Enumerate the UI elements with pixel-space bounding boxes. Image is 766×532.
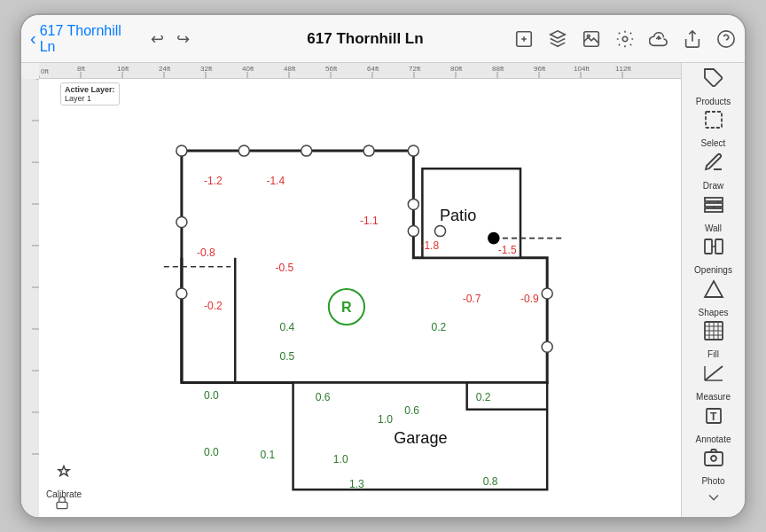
fill-icon (703, 320, 724, 347)
measure-neg-1-8: -1.8 (420, 239, 439, 252)
calibrate-button[interactable]: Calibrate (46, 465, 82, 499)
svg-point-63 (489, 233, 499, 244)
svg-text:48ft: 48ft (284, 65, 296, 73)
undo-button[interactable]: ↩ (151, 29, 164, 49)
r-label: R (341, 299, 352, 315)
svg-text:88ft: 88ft (492, 65, 504, 73)
edit-icon[interactable] (514, 27, 534, 51)
measure-0-5: 0.5 (280, 350, 295, 363)
sidebar-item-fill[interactable]: Fill (686, 320, 741, 361)
back-button[interactable]: ‹ 617 Thornhill Ln (30, 23, 137, 55)
garage-label: Garage (394, 429, 447, 447)
help-icon[interactable] (716, 27, 736, 51)
fill-label: Fill (707, 349, 719, 359)
wall-icon (703, 194, 724, 221)
svg-text:72ft: 72ft (409, 65, 421, 73)
sidebar-item-select[interactable]: Select (686, 109, 741, 150)
chevron-down-icon[interactable] (705, 489, 723, 510)
svg-text:16ft: 16ft (117, 65, 129, 73)
measure-0-6-bot: 0.6 (404, 404, 419, 417)
ruler-top: 0ft 8ft 16ft 24ft 32ft 40ft 48ft 56ft (39, 63, 681, 79)
floorplan-svg[interactable]: Patio Garage R -1.2 -1.4 -1.1 -1.8 -1.5 … (39, 79, 681, 517)
back-label: 617 Thornhill Ln (40, 23, 137, 55)
main-area: 0ft 8ft 16ft 24ft 32ft 40ft 48ft 56ft (21, 63, 745, 517)
measure-neg-0-2: -0.2 (204, 300, 223, 312)
svg-text:0ft: 0ft (41, 67, 50, 75)
svg-point-92 (711, 456, 716, 461)
svg-text:64ft: 64ft (367, 65, 379, 73)
measure-1-0-mid: 1.0 (378, 413, 393, 426)
svg-text:112ft: 112ft (615, 65, 632, 73)
svg-rect-76 (705, 239, 712, 254)
svg-rect-70 (705, 198, 723, 201)
sidebar-item-wall[interactable]: Wall (686, 193, 741, 234)
lock-icon[interactable] (55, 496, 69, 513)
settings-icon[interactable] (615, 27, 635, 51)
sidebar-item-measure[interactable]: Measure (686, 362, 741, 403)
annotate-label: Annotate (695, 434, 731, 444)
sidebar-item-photo[interactable]: Photo (686, 446, 741, 487)
layers-icon[interactable] (548, 27, 567, 51)
products-icon (703, 67, 724, 94)
measure-label: Measure (696, 392, 731, 402)
photo-icon (703, 447, 724, 473)
measure-0-6-top: 0.6 (316, 391, 331, 403)
measure-0-0-bot: 0.0 (204, 446, 219, 458)
active-layer-name: Layer 1 (65, 94, 115, 103)
measure-neg-1-1: -1.1 (360, 215, 379, 227)
svg-rect-69 (706, 112, 722, 128)
svg-text:96ft: 96ft (534, 65, 546, 73)
drawing-canvas[interactable]: Active Layer: Layer 1 (39, 79, 681, 517)
openings-label: Openings (694, 265, 732, 275)
svg-point-59 (408, 226, 418, 237)
patio-label: Patio (440, 207, 476, 224)
draw-label: Draw (703, 181, 723, 191)
ruler-left (21, 79, 39, 517)
measure-0-2-top: 0.2 (431, 321, 446, 333)
svg-point-4 (718, 30, 734, 46)
svg-point-60 (434, 226, 445, 237)
cloud-icon[interactable] (649, 27, 668, 51)
back-chevron-icon: ‹ (30, 28, 36, 49)
measure-icon (703, 363, 724, 389)
redo-button[interactable]: ↪ (176, 29, 190, 49)
measure-0-2-bot: 0.2 (476, 391, 491, 403)
sidebar-item-shapes[interactable]: Shapes (686, 278, 741, 318)
measure-neg-0-5: -0.5 (275, 262, 293, 274)
svg-text:T: T (710, 411, 717, 423)
photo-label: Photo (701, 476, 724, 486)
right-sidebar: Products Select Draw (681, 63, 745, 517)
measure-0-0-top: 0.0 (204, 389, 219, 402)
svg-point-55 (301, 145, 312, 156)
svg-marker-79 (705, 281, 723, 297)
sidebar-item-annotate[interactable]: T Annotate (686, 404, 741, 445)
draw-icon (703, 152, 724, 178)
svg-point-61 (176, 216, 187, 227)
annotate-icon: T (703, 405, 724, 432)
share-icon[interactable] (683, 27, 702, 51)
active-layer-title: Active Layer: (65, 85, 115, 94)
active-layer-label: Active Layer: Layer 1 (60, 82, 120, 106)
shapes-icon (703, 278, 724, 305)
svg-text:56ft: 56ft (325, 65, 338, 73)
svg-text:32ft: 32ft (200, 65, 213, 73)
undo-redo-group: ↩ ↪ (151, 29, 190, 49)
sidebar-item-openings[interactable]: Openings (686, 235, 741, 276)
measure-neg-1-2: -1.2 (204, 175, 223, 187)
measure-1-3: 1.3 (349, 478, 364, 490)
sidebar-item-draw[interactable]: Draw (686, 151, 741, 192)
calibrate-icon (55, 465, 73, 487)
svg-point-64 (542, 288, 552, 299)
svg-rect-72 (705, 208, 723, 212)
measure-neg-0-9: -0.9 (520, 293, 539, 305)
select-label: Select (701, 138, 726, 148)
measure-0-4: 0.4 (280, 321, 295, 333)
svg-rect-77 (715, 239, 723, 254)
select-icon (703, 109, 724, 136)
svg-rect-71 (705, 203, 723, 207)
image-icon[interactable] (582, 27, 601, 51)
sidebar-item-products[interactable]: Products (686, 66, 741, 107)
svg-point-62 (176, 288, 187, 299)
wall-label: Wall (705, 223, 722, 233)
products-label: Products (696, 97, 731, 106)
